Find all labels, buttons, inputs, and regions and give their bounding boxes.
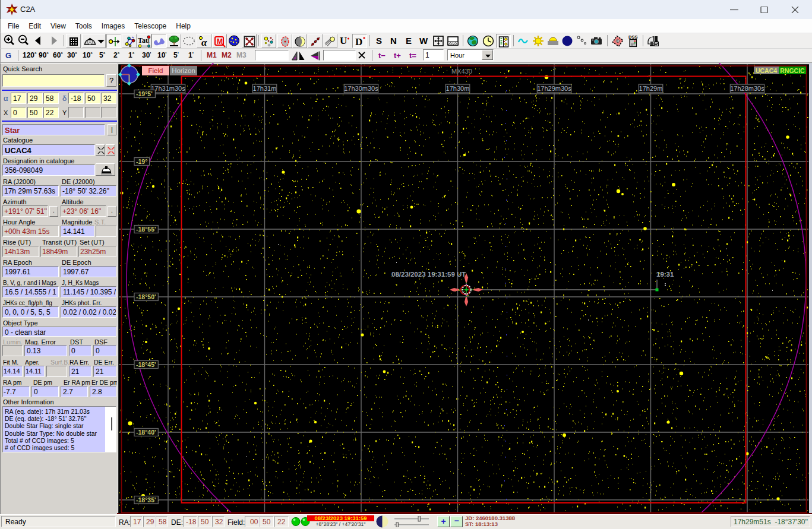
svg-text:U: U (340, 35, 347, 46)
svg-text:-18°35': -18°35' (136, 496, 156, 503)
svg-text:E: E (406, 36, 412, 46)
svg-text:Horizon: Horizon (172, 67, 195, 74)
svg-text:17h29m: 17h29m (639, 85, 663, 92)
svg-text:17h31m: 17h31m (253, 85, 277, 92)
svg-text:08/23/2023 19:31:59 UT: 08/23/2023 19:31:59 UT (391, 271, 466, 278)
svg-text:W: W (419, 36, 428, 46)
svg-text:Field: Field (149, 67, 163, 74)
svg-text:17h30m30s: 17h30m30s (344, 85, 378, 92)
svg-text:UCAC4: UCAC4 (756, 67, 777, 74)
svg-text:α: α (201, 37, 207, 48)
svg-text:17h31m30s: 17h31m30s (151, 85, 185, 92)
svg-text:19:31: 19:31 (656, 271, 674, 278)
svg-text:D: D (355, 36, 362, 47)
svg-text:N: N (390, 36, 397, 46)
svg-text:-19°: -19° (136, 158, 147, 165)
svg-text:-18°45': -18°45' (136, 361, 156, 368)
svg-text:RNGCIC: RNGCIC (780, 67, 805, 74)
svg-text:-18°40': -18°40' (136, 429, 156, 436)
svg-text:S: S (376, 36, 382, 46)
svg-text:M: M (217, 37, 223, 46)
svg-text:-18°55': -18°55' (136, 226, 156, 233)
svg-text:DSS: DSS (628, 34, 637, 40)
svg-text:17h28m30s: 17h28m30s (730, 85, 764, 92)
svg-text:17h29m30s: 17h29m30s (537, 85, 571, 92)
svg-text:-18°50': -18°50' (136, 293, 156, 300)
svg-text:-19°5': -19°5' (136, 90, 153, 97)
svg-text:17h30m: 17h30m (446, 85, 470, 92)
svg-text:MX430: MX430 (451, 68, 472, 75)
